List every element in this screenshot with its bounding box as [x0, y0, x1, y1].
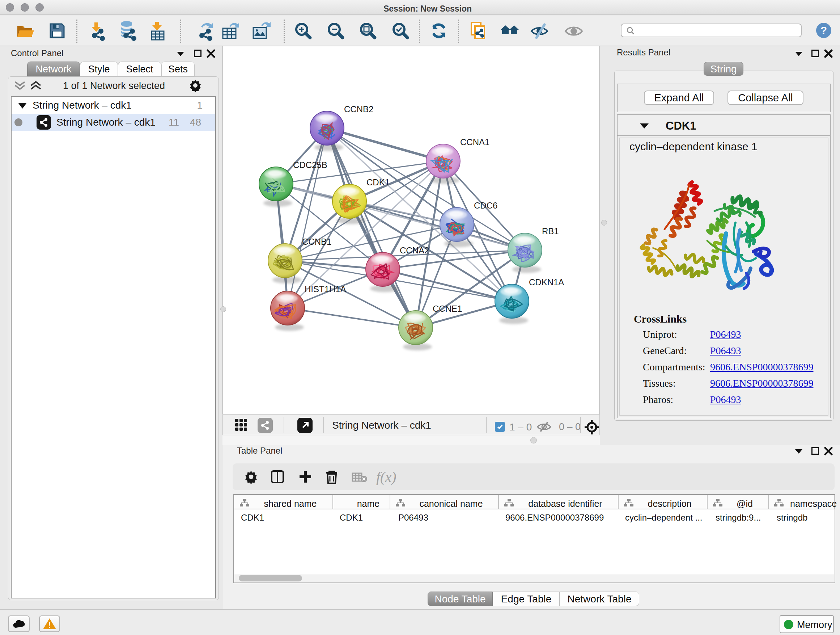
svg-text:CCNB2: CCNB2: [344, 104, 373, 114]
svg-text:RB1: RB1: [542, 226, 559, 236]
svg-text:CCNE1: CCNE1: [433, 304, 462, 314]
svg-text:CCNA1: CCNA1: [460, 137, 489, 147]
svg-text:CDK1: CDK1: [366, 177, 390, 187]
svg-text:CDC6: CDC6: [474, 201, 497, 211]
svg-text:CCNA2: CCNA2: [400, 245, 429, 255]
svg-text:HIST1H1A: HIST1H1A: [305, 284, 346, 294]
svg-text:CCNB1: CCNB1: [302, 237, 332, 247]
svg-text:CDC25B: CDC25B: [293, 160, 327, 170]
svg-text:CDKN1A: CDKN1A: [529, 277, 564, 287]
